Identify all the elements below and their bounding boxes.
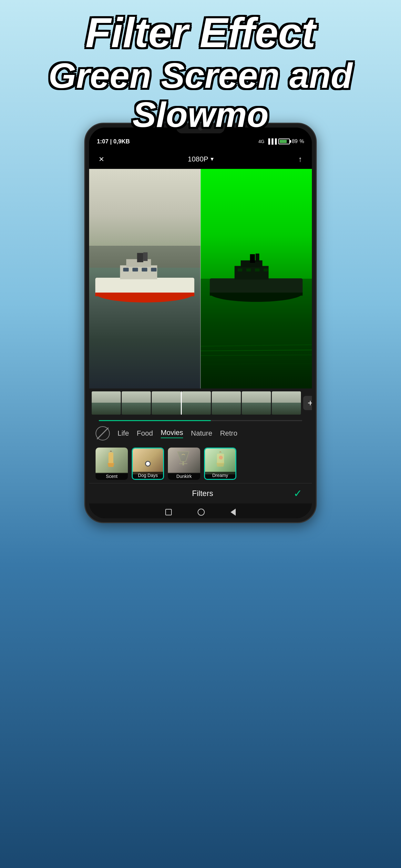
boat-svg-right	[201, 228, 312, 327]
svg-rect-2	[95, 292, 194, 297]
battery-icon	[278, 138, 290, 144]
svg-rect-8	[132, 268, 138, 272]
filters-label: Filters	[192, 489, 213, 498]
filter-label-dreamy: Dreamy	[205, 472, 235, 479]
svg-rect-16	[250, 254, 255, 263]
timeline-thumb	[182, 392, 211, 414]
filter-cat-movies[interactable]: Movies	[161, 429, 183, 438]
filter-dreamy[interactable]: Dreamy	[204, 447, 236, 480]
svg-rect-14	[235, 266, 268, 279]
android-back-button[interactable]	[230, 508, 236, 516]
svg-marker-33	[216, 463, 224, 467]
svg-rect-27	[109, 453, 113, 464]
playhead	[182, 392, 211, 414]
timeline-thumb	[152, 392, 181, 414]
filter-label-dog-days: Dog Days	[133, 472, 163, 479]
svg-rect-10	[151, 268, 157, 272]
close-button[interactable]: ×	[99, 154, 104, 164]
confirm-button[interactable]: ✓	[294, 487, 302, 500]
timeline-thumb	[92, 392, 121, 414]
svg-rect-5	[137, 253, 143, 262]
filter-cat-retro[interactable]: Retro	[220, 429, 237, 438]
share-button[interactable]: ↑	[298, 155, 302, 164]
status-time: 1:07 | 0,9KB	[97, 138, 130, 145]
header-section: Filter Effect Green Screen and Slowmo	[0, 10, 401, 134]
android-menu-button[interactable]	[165, 509, 172, 516]
bottom-bar: Filters ✓	[89, 483, 312, 503]
timeline-thumb	[122, 392, 151, 414]
header-line1: Filter Effect	[0, 10, 401, 56]
svg-rect-17	[256, 253, 259, 261]
svg-marker-29	[178, 452, 189, 461]
filter-cat-food[interactable]: Food	[136, 429, 153, 438]
quality-selector[interactable]: 1080P ▼	[188, 155, 214, 163]
svg-rect-1	[95, 278, 194, 295]
svg-rect-3	[120, 265, 157, 279]
video-left-normal	[89, 169, 201, 389]
chevron-down-icon: ▼	[210, 156, 215, 162]
video-right-green	[201, 169, 312, 389]
android-nav-bar	[89, 503, 312, 518]
video-preview	[89, 169, 312, 389]
filter-scent[interactable]: Scent	[96, 447, 128, 480]
svg-rect-21	[264, 268, 268, 272]
status-right: 4G ▐▐▐ 89%	[258, 138, 304, 144]
filter-categories: Life Food Movies Nature Retro	[89, 423, 312, 444]
network-icon: 4G	[258, 139, 265, 144]
svg-line-23	[201, 350, 312, 351]
battery-pct: 89	[292, 138, 298, 144]
add-clip-button[interactable]: +	[303, 396, 312, 410]
status-bar: 1:07 | 0,9KB 4G ▐▐▐ 89%	[89, 133, 312, 150]
timeline-thumb	[212, 392, 241, 414]
svg-rect-20	[255, 268, 259, 272]
svg-rect-12	[210, 278, 303, 294]
svg-line-25	[201, 360, 312, 361]
android-home-button[interactable]	[197, 508, 205, 516]
filter-cat-nature[interactable]: Nature	[191, 429, 212, 438]
svg-rect-6	[143, 252, 148, 261]
timeline-thumb	[272, 392, 301, 414]
filter-cat-life[interactable]: Life	[118, 429, 129, 438]
header-line2: Green Screen and Slowmo	[0, 56, 401, 134]
iphone-mockup: 1:07 | 0,9KB 4G ▐▐▐ 89% × 1080P ▼	[78, 123, 323, 523]
svg-point-34	[219, 456, 223, 460]
svg-rect-19	[246, 268, 251, 272]
filter-label-scent: Scent	[96, 473, 128, 480]
svg-rect-18	[238, 268, 242, 272]
app-toolbar: × 1080P ▼ ↑	[89, 150, 312, 169]
svg-line-22	[201, 345, 312, 346]
svg-marker-28	[107, 463, 114, 467]
svg-rect-7	[123, 268, 128, 272]
filter-thumbs-row: Scent Dog Days	[89, 444, 312, 483]
svg-rect-13	[210, 292, 303, 296]
timeline-thumb	[242, 392, 271, 414]
filter-label-dunkirk: Dunkirk	[168, 473, 200, 480]
signal-icon: ▐▐▐	[266, 138, 276, 144]
filter-selected-dot	[145, 461, 151, 467]
filter-dog-days[interactable]: Dog Days	[132, 447, 164, 480]
progress-area	[89, 417, 312, 423]
water-ripples	[201, 322, 312, 389]
svg-rect-9	[142, 268, 147, 272]
no-filter-button[interactable]	[96, 426, 110, 440]
filter-dunkirk[interactable]: Dunkirk	[168, 447, 200, 480]
boat-svg-left	[89, 228, 201, 327]
svg-line-26	[201, 364, 312, 364]
svg-line-24	[201, 355, 312, 355]
timeline-strip: +	[89, 389, 312, 417]
